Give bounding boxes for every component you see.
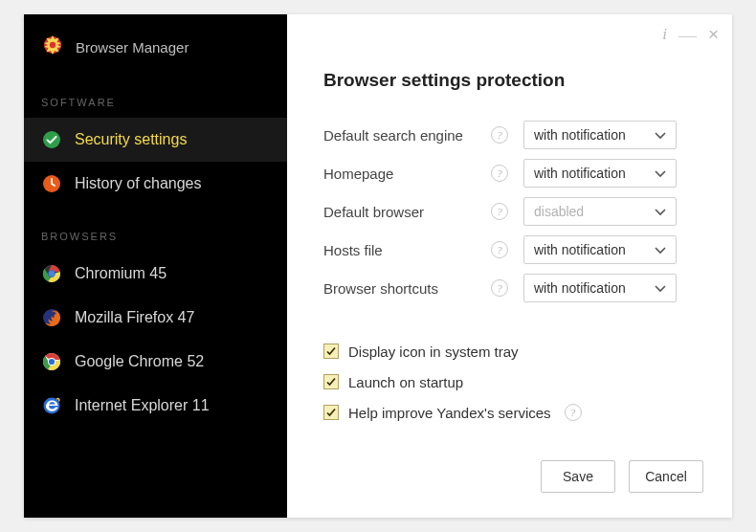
chevron-down-icon	[655, 280, 666, 296]
sidebar-item-label: Chromium 45	[75, 265, 167, 282]
sidebar-item-chrome[interactable]: Google Chrome 52	[24, 340, 287, 384]
check-circle-icon	[41, 129, 62, 150]
checkbox[interactable]	[323, 344, 339, 359]
save-button[interactable]: Save	[541, 460, 615, 493]
checkbox-row: Help improve Yandex's services?	[323, 397, 696, 428]
firefox-icon	[41, 307, 62, 328]
section-header-software: SOFTWARE	[24, 85, 287, 118]
svg-point-7	[49, 271, 55, 277]
minimize-icon[interactable]: __	[678, 21, 697, 40]
info-icon[interactable]: ?	[491, 279, 508, 297]
setting-select[interactable]: with notification	[523, 121, 677, 149]
checkbox-row: Launch on startup	[323, 366, 696, 397]
brand: Browser Manager	[24, 14, 287, 85]
sidebar-item-label: Internet Explorer 11	[75, 397, 210, 414]
sidebar-item-chromium[interactable]: Chromium 45	[24, 252, 287, 296]
window-controls: i __ ×	[662, 24, 719, 45]
checkbox-row: Display icon in system tray	[323, 336, 696, 366]
chevron-down-icon	[655, 204, 666, 219]
page-title: Browser settings protection	[323, 70, 696, 91]
setting-row: Hosts file?with notification	[323, 231, 696, 269]
svg-point-11	[49, 359, 55, 365]
sidebar-item-label: Security settings	[75, 131, 187, 148]
sidebar-item-firefox[interactable]: Mozilla Firefox 47	[24, 296, 287, 340]
ie-icon	[41, 395, 62, 416]
button-bar: Save Cancel	[541, 460, 703, 493]
setting-label: Homepage	[323, 166, 491, 182]
setting-label: Default search engine	[323, 127, 491, 144]
chevron-down-icon	[655, 127, 666, 143]
info-icon[interactable]: ?	[565, 404, 582, 421]
checkbox[interactable]	[323, 374, 339, 389]
select-value: with notification	[534, 242, 626, 257]
checkbox-label: Display icon in system tray	[348, 344, 519, 360]
main-panel: i __ × Browser settings protection Defau…	[287, 14, 732, 518]
close-icon[interactable]: ×	[708, 24, 719, 45]
brand-label: Browser Manager	[76, 39, 189, 55]
setting-label: Browser shortcuts	[323, 280, 491, 297]
sidebar-item-ie[interactable]: Internet Explorer 11	[24, 384, 287, 428]
info-icon[interactable]: ?	[491, 126, 508, 144]
setting-label: Hosts file	[323, 242, 491, 258]
select-value: with notification	[534, 280, 626, 296]
setting-row: Default search engine?with notification	[323, 116, 696, 154]
chrome-icon	[41, 351, 62, 372]
setting-select[interactable]: disabled	[523, 197, 677, 226]
gear-icon	[41, 33, 64, 60]
select-value: with notification	[534, 127, 626, 143]
info-icon[interactable]: i	[662, 25, 667, 44]
checkbox-label: Help improve Yandex's services	[348, 405, 551, 421]
info-icon[interactable]: ?	[491, 203, 508, 220]
sidebar-item-security-settings[interactable]: Security settings	[24, 118, 287, 162]
chevron-down-icon	[655, 166, 666, 181]
sidebar-item-label: Google Chrome 52	[75, 353, 204, 370]
chevron-down-icon	[655, 242, 666, 257]
sidebar: Browser Manager SOFTWARE Security settin…	[24, 14, 287, 518]
svg-point-1	[50, 42, 56, 48]
cancel-button[interactable]: Cancel	[629, 460, 703, 493]
setting-select[interactable]: with notification	[523, 159, 677, 188]
sidebar-item-label: History of changes	[75, 175, 202, 192]
svg-point-2	[43, 131, 60, 148]
select-value: with notification	[534, 166, 626, 181]
info-icon[interactable]: ?	[491, 241, 508, 258]
setting-row: Homepage?with notification	[323, 154, 696, 192]
setting-label: Default browser	[323, 204, 491, 220]
app-window: Browser Manager SOFTWARE Security settin…	[24, 14, 732, 518]
setting-row: Browser shortcuts?with notification	[323, 269, 696, 307]
select-value: disabled	[534, 204, 584, 219]
sidebar-item-label: Mozilla Firefox 47	[75, 309, 194, 326]
checkbox[interactable]	[323, 405, 339, 420]
checkbox-label: Launch on startup	[348, 374, 463, 390]
sidebar-item-history-of-changes[interactable]: History of changes	[24, 162, 287, 206]
setting-select[interactable]: with notification	[523, 235, 677, 264]
history-icon	[41, 173, 62, 194]
info-icon[interactable]: ?	[491, 165, 508, 182]
section-header-browsers: BROWSERS	[24, 219, 287, 252]
chromium-icon	[41, 263, 62, 284]
setting-select[interactable]: with notification	[523, 274, 677, 302]
setting-row: Default browser?disabled	[323, 192, 696, 231]
